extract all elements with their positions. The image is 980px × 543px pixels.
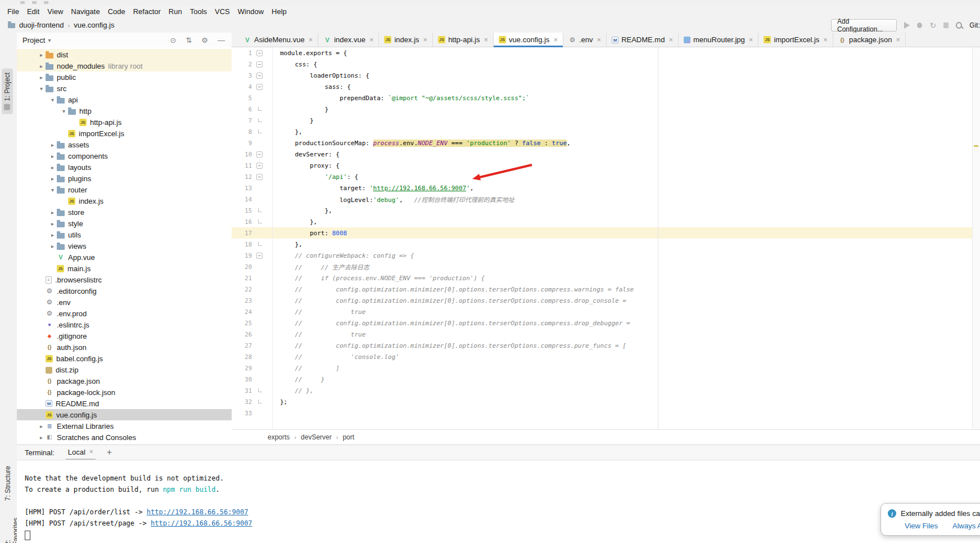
menu-item-navigate[interactable]: Navigate (67, 6, 103, 17)
menu-item-run[interactable]: Run (165, 6, 186, 17)
code-line-17[interactable]: 17 port: 8008 (232, 227, 980, 239)
menu-item-code[interactable]: Code (104, 6, 129, 17)
code-line-8[interactable]: 8 }, (232, 126, 980, 137)
tree-item-browserslistrc[interactable]: ≡.browserslistrc (17, 274, 232, 285)
code-line-5[interactable]: 5 prependData: `@import "~@/assets/scss/… (232, 92, 980, 104)
fold-marker[interactable] (253, 104, 267, 115)
code-line-33[interactable]: 33 (232, 407, 980, 419)
chevron-right-icon[interactable]: ▸ (37, 52, 46, 58)
code-line-6[interactable]: 6 } (232, 104, 980, 115)
tree-item-eslintrc-js[interactable]: ●.eslintrc.js (17, 319, 232, 330)
code-line-18[interactable]: 18 }, (232, 239, 980, 250)
close-icon[interactable]: × (669, 35, 673, 44)
debug-icon[interactable] (917, 23, 922, 28)
code-line-10[interactable]: 10 devServer: { (232, 149, 980, 160)
close-icon[interactable]: × (823, 35, 828, 44)
fold-marker[interactable] (253, 171, 267, 182)
tree-item-dist[interactable]: ▸dist (17, 49, 232, 60)
code-line-20[interactable]: 20 // // 生产去除日志 (232, 261, 980, 272)
fold-marker[interactable] (253, 205, 267, 216)
code-line-16[interactable]: 16 }, (232, 216, 980, 227)
code-line-25[interactable]: 25 // config.optimization.minimizer[0].o… (232, 317, 980, 329)
menu-item-edit[interactable]: Edit (23, 6, 43, 17)
hide-panel-icon[interactable]: — (218, 36, 225, 44)
tool-window-button-project[interactable]: 1: Project (2, 69, 13, 114)
breadcrumb-exports[interactable]: exports (268, 433, 290, 441)
terminal-output[interactable]: Note that the development build is not o… (17, 460, 980, 543)
code-line-4[interactable]: 4 sass: { (232, 81, 980, 92)
locate-file-icon[interactable]: ⊙ (170, 36, 177, 44)
tree-item-index-js[interactable]: JSindex.js (17, 195, 232, 207)
tree-item-env[interactable]: ⚙.env (17, 297, 232, 308)
tree-item-scratches-and-consoles[interactable]: ▸◧Scratches and Consoles (17, 432, 232, 443)
code-line-28[interactable]: 28 // 'console.log' (232, 351, 980, 362)
tab-http-api-js[interactable]: JShttp-api.js× (433, 33, 494, 47)
fold-marker[interactable] (253, 81, 267, 92)
run-icon[interactable] (904, 22, 910, 29)
menu-item-help[interactable]: Help (268, 6, 291, 17)
close-icon[interactable]: × (89, 448, 93, 456)
code-line-9[interactable]: 9 productionSourceMap: process.env.NODE_… (232, 137, 980, 149)
tree-item-node-modules[interactable]: ▸node_moduleslibrary root (17, 60, 232, 71)
fold-marker[interactable] (253, 47, 267, 59)
tree-item-src[interactable]: ▾src (17, 83, 232, 94)
code-line-19[interactable]: 19 // configureWebpack: config => { (232, 250, 980, 261)
settings-gear-icon[interactable]: ⚙ (201, 36, 208, 44)
code-line-29[interactable]: 29 // ] (232, 362, 980, 374)
chevron-right-icon[interactable]: ▸ (48, 221, 57, 227)
close-icon[interactable]: × (484, 35, 489, 44)
tree-item-gitignore[interactable]: ◆.gitignore (17, 330, 232, 342)
fold-marker[interactable] (253, 216, 267, 227)
rerun-icon[interactable]: ↻ (929, 21, 936, 29)
chevron-right-icon[interactable]: ▸ (48, 176, 57, 182)
code-line-23[interactable]: 23 // config.optimization.minimizer[0].o… (232, 295, 980, 306)
close-icon[interactable]: × (896, 35, 901, 44)
fold-marker[interactable] (253, 59, 267, 70)
close-icon[interactable]: × (309, 35, 313, 44)
code-line-31[interactable]: 31 // }, (232, 385, 980, 396)
tree-item-readme-md[interactable]: MREADME.md (17, 398, 232, 409)
tree-item-components[interactable]: ▸components (17, 150, 232, 161)
breadcrumb-project[interactable]: duoji-frontend (19, 21, 64, 29)
tree-item-style[interactable]: ▸style (17, 218, 232, 229)
fold-marker[interactable] (253, 385, 267, 396)
tree-item-env-prod[interactable]: ⚙.env.prod (17, 308, 232, 319)
code-line-22[interactable]: 22 // config.optimization.minimizer[0].o… (232, 284, 980, 295)
tree-item-vue-config-js[interactable]: JSvue.config.js (17, 409, 232, 420)
terminal-link[interactable]: http://192.168.66.56:9007 (147, 508, 249, 516)
tree-item-router[interactable]: ▾router (17, 184, 232, 195)
tab-env[interactable]: ⚙.env× (563, 33, 607, 47)
tree-item-external-libraries[interactable]: ▸≣External Libraries (17, 420, 232, 432)
code-line-13[interactable]: 13 target: 'http://192.168.66.56:9007', (232, 182, 980, 194)
chevron-down-icon[interactable]: ▾ (60, 108, 68, 114)
code-line-27[interactable]: 27 // config.optimization.minimizer[0].o… (232, 340, 980, 351)
close-icon[interactable]: × (369, 35, 374, 44)
tab-importexcel-js[interactable]: JSimportExcel.js× (758, 33, 833, 47)
tree-item-dist-zip[interactable]: dist.zip (17, 364, 232, 375)
git-widget-label[interactable]: Git: (969, 21, 980, 29)
fold-marker[interactable] (253, 126, 267, 137)
tab-index-js[interactable]: JSindex.js× (379, 33, 433, 47)
code-line-12[interactable]: 12 '/api': { (232, 171, 980, 182)
tree-item-importexcel-js[interactable]: JSimportExcel.js (17, 128, 232, 139)
code-line-14[interactable]: 14 logLevel:'debug', //控制台终端打印代理前的真实地址 (232, 194, 980, 205)
tree-item-http-api-js[interactable]: JShttp-api.js (17, 116, 232, 128)
fold-marker[interactable] (253, 115, 267, 126)
chevron-right-icon[interactable]: ▸ (37, 74, 46, 80)
chevron-down-icon[interactable]: ▾ (48, 37, 51, 43)
fold-marker[interactable] (253, 250, 267, 261)
notification-action-always-add[interactable]: Always Add (952, 522, 980, 530)
close-icon[interactable]: × (749, 35, 753, 44)
breadcrumb-file[interactable]: vue.config.js (74, 21, 114, 29)
code-line-15[interactable]: 15 }, (232, 205, 980, 216)
chevron-right-icon[interactable]: ▸ (48, 164, 57, 170)
code-line-7[interactable]: 7 } (232, 115, 980, 126)
tree-item-api[interactable]: ▾api (17, 94, 232, 105)
code-area[interactable]: 1module.exports = {2 css: {3 loaderOptio… (232, 47, 980, 430)
error-stripe[interactable] (972, 47, 980, 430)
code-line-3[interactable]: 3 loaderOptions: { (232, 70, 980, 81)
close-icon[interactable]: × (597, 35, 602, 44)
tab-index-vue[interactable]: Vindex.vue× (318, 33, 379, 47)
stop-icon[interactable] (943, 23, 949, 28)
tree-item-utils[interactable]: ▸utils (17, 229, 232, 240)
